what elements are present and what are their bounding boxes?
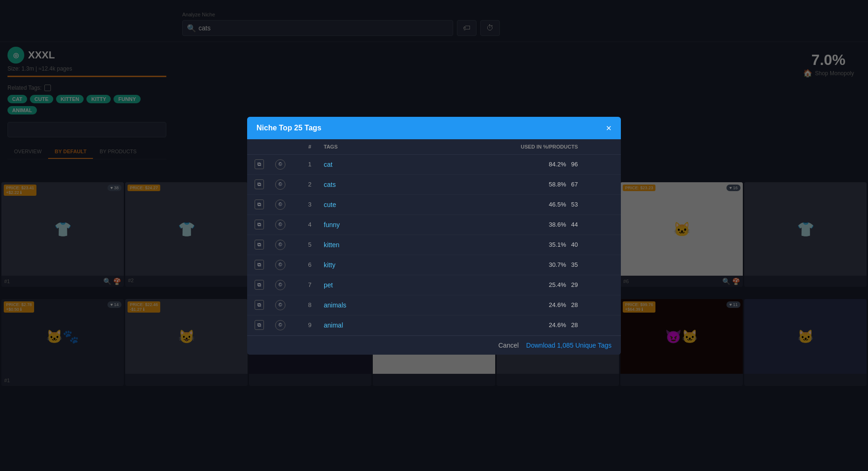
modal: Niche Top 25 Tags × # TAGS USED IN %/PRO…	[247, 117, 621, 355]
circle-btn-8[interactable]: ©	[275, 300, 285, 310]
modal-body: ⧉ © 1 cat 84.2% 96 ⧉ © 2 cats 58.8% 67 ⧉…	[247, 155, 621, 335]
table-row: ⧉ © 9 animal 24.6% 28	[247, 315, 621, 335]
circle-btn-6[interactable]: ©	[275, 260, 285, 270]
cancel-button[interactable]: Cancel	[498, 342, 519, 349]
circle-btn-9[interactable]: ©	[275, 320, 285, 330]
table-row: ⧉ © 4 funny 38.6% 44	[247, 215, 621, 235]
tag-link-1[interactable]: cat	[324, 161, 333, 168]
tag-link-8[interactable]: animals	[324, 301, 346, 309]
copy-btn-4[interactable]: ⧉	[255, 220, 264, 229]
circle-btn-7[interactable]: ©	[275, 280, 285, 290]
tag-link-5[interactable]: kitten	[324, 241, 339, 249]
copy-btn-2[interactable]: ⧉	[255, 179, 264, 189]
modal-footer: Cancel Download 1,085 Unique Tags	[247, 335, 621, 355]
tag-link-7[interactable]: pet	[324, 281, 333, 289]
copy-btn-3[interactable]: ⧉	[255, 200, 264, 209]
download-tags-button[interactable]: Download 1,085 Unique Tags	[526, 342, 612, 349]
table-header: # TAGS USED IN %/PRODUCTS	[247, 139, 621, 155]
modal-close-button[interactable]: ×	[606, 123, 612, 133]
modal-title: Niche Top 25 Tags	[256, 124, 321, 132]
tag-link-6[interactable]: kitty	[324, 261, 335, 269]
tag-link-4[interactable]: funny	[324, 221, 340, 228]
copy-btn-1[interactable]: ⧉	[255, 159, 264, 169]
circle-btn-1[interactable]: ©	[275, 159, 285, 170]
tag-link-3[interactable]: cute	[324, 201, 336, 208]
circle-btn-2[interactable]: ©	[275, 179, 285, 190]
circle-btn-4[interactable]: ©	[275, 220, 285, 230]
table-row: ⧉ © 7 pet 25.4% 29	[247, 275, 621, 295]
circle-btn-3[interactable]: ©	[275, 200, 285, 210]
table-row: ⧉ © 8 animals 24.6% 28	[247, 295, 621, 315]
copy-btn-8[interactable]: ⧉	[255, 300, 264, 310]
copy-btn-9[interactable]: ⧉	[255, 320, 264, 330]
copy-btn-7[interactable]: ⧉	[255, 280, 264, 290]
copy-btn-6[interactable]: ⧉	[255, 260, 264, 270]
table-row: ⧉ © 2 cats 58.8% 67	[247, 175, 621, 195]
modal-overlay: Niche Top 25 Tags × # TAGS USED IN %/PRO…	[0, 0, 868, 471]
table-row: ⧉ © 6 kitty 30.7% 35	[247, 255, 621, 275]
circle-btn-5[interactable]: ©	[275, 240, 285, 250]
copy-btn-5[interactable]: ⧉	[255, 240, 264, 250]
table-row: ⧉ © 5 kitten 35.1% 40	[247, 235, 621, 255]
tag-link-9[interactable]: animal	[324, 321, 343, 329]
tag-link-2[interactable]: cats	[324, 181, 336, 188]
modal-header: Niche Top 25 Tags ×	[247, 117, 621, 139]
table-row: ⧉ © 1 cat 84.2% 96	[247, 155, 621, 175]
table-row: ⧉ © 3 cute 46.5% 53	[247, 195, 621, 215]
